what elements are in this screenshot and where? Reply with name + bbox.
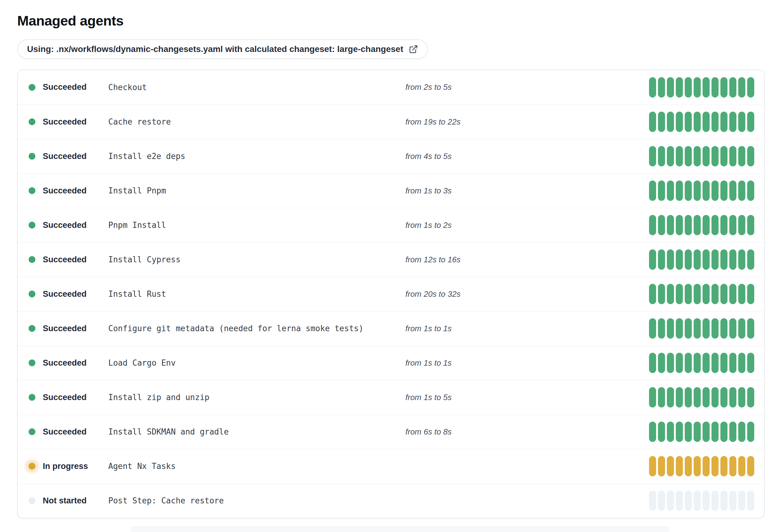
step-row[interactable]: Succeeded Install Rust from 20s to 32s: [18, 277, 764, 311]
segment-pill: [658, 456, 665, 476]
segment-pill: [676, 77, 683, 98]
step-name: Cache restore: [108, 117, 406, 126]
progress-segments: [649, 456, 754, 476]
segment-pill: [694, 284, 701, 304]
segment-pill: [667, 456, 674, 476]
status-cell: Succeeded: [29, 255, 108, 264]
status-cell: Succeeded: [29, 358, 108, 368]
segment-pill: [676, 387, 683, 407]
segment-pill: [676, 146, 683, 166]
external-link-icon[interactable]: [409, 44, 418, 54]
status-dot: [29, 463, 35, 470]
status-cell: Succeeded: [29, 117, 108, 127]
step-row[interactable]: Succeeded Install e2e deps from 4s to 5s: [18, 139, 764, 173]
segment-pill: [747, 284, 754, 304]
segment-pill: [720, 249, 728, 270]
duration-range: from 6s to 8s: [406, 427, 649, 437]
segment-pill: [711, 249, 718, 270]
step-row[interactable]: Succeeded Install SDKMAN and gradle from…: [18, 414, 764, 449]
segment-pill: [658, 77, 665, 98]
segment-pill: [694, 387, 701, 407]
page-title: Managed agents: [0, 0, 777, 29]
segment-pill: [685, 491, 692, 511]
segment-pill: [702, 387, 710, 407]
segment-pill: [676, 456, 683, 476]
segment-pill: [702, 146, 710, 166]
duration-range: from 1s to 1s: [406, 324, 649, 334]
step-row[interactable]: In progress Agent Nx Tasks: [18, 449, 764, 484]
segment-pill: [729, 146, 737, 166]
step-row[interactable]: Succeeded Install zip and unzip from 1s …: [18, 380, 764, 414]
segment-pill: [711, 112, 718, 132]
segment-pill: [676, 180, 683, 201]
segment-pill: [720, 318, 728, 339]
segment-pill: [694, 215, 701, 235]
step-row[interactable]: Succeeded Configure git metadata (needed…: [18, 311, 764, 346]
segment-pill: [658, 387, 665, 407]
segment-pill: [720, 491, 728, 511]
status-cell: Succeeded: [29, 152, 108, 161]
step-row[interactable]: Succeeded Install Pnpm from 1s to 3s: [18, 173, 764, 208]
segment-pill: [729, 215, 737, 235]
segment-pill: [738, 353, 745, 373]
step-row[interactable]: Succeeded Checkout from 2s to 5s: [18, 70, 764, 105]
segment-pill: [702, 456, 710, 476]
segment-pill: [685, 422, 692, 442]
progress-segments: [649, 180, 754, 201]
segment-pill: [729, 456, 737, 476]
segment-pill: [729, 491, 737, 511]
workflow-file-chip[interactable]: Using: .nx/workflows/dynamic-changesets.…: [17, 39, 428, 59]
segment-pill: [720, 112, 728, 132]
progress-segments: [649, 112, 754, 132]
status-label: Succeeded: [43, 324, 87, 334]
segment-pill: [658, 318, 665, 339]
segment-pill: [649, 353, 656, 373]
segment-pill: [685, 112, 692, 132]
segment-pill: [747, 146, 754, 166]
segment-pill: [694, 491, 701, 511]
segment-pill: [649, 387, 656, 407]
segment-pill: [729, 353, 737, 373]
segment-pill: [649, 284, 656, 304]
segment-pill: [667, 77, 674, 98]
status-dot: [29, 360, 35, 366]
segment-pill: [667, 249, 674, 270]
progress-segments: [649, 387, 754, 407]
segment-pill: [667, 215, 674, 235]
step-row[interactable]: Succeeded Pnpm Install from 1s to 2s: [18, 208, 764, 242]
step-row[interactable]: Not started Post Step: Cache restore: [18, 484, 764, 518]
segment-pill: [738, 318, 745, 339]
segment-pill: [694, 249, 701, 270]
step-row[interactable]: Succeeded Install Cypress from 12s to 16…: [18, 242, 764, 277]
segment-pill: [711, 491, 718, 511]
segment-pill: [702, 318, 710, 339]
step-row[interactable]: Succeeded Load Cargo Env from 1s to 1s: [18, 346, 764, 380]
segment-pill: [747, 112, 754, 132]
step-name: Load Cargo Env: [108, 358, 406, 368]
progress-segments: [649, 249, 754, 270]
segment-pill: [685, 180, 692, 201]
segment-pill: [747, 422, 754, 442]
segment-pill: [694, 180, 701, 201]
segment-pill: [658, 146, 665, 166]
status-dot: [29, 153, 35, 160]
segment-pill: [649, 180, 656, 201]
status-label: Succeeded: [43, 221, 87, 230]
segment-pill: [667, 491, 674, 511]
segment-pill: [658, 180, 665, 201]
segment-pill: [702, 491, 710, 511]
segment-pill: [685, 284, 692, 304]
status-dot: [29, 118, 35, 125]
segment-pill: [649, 215, 656, 235]
segment-pill: [676, 284, 683, 304]
segment-pill: [685, 146, 692, 166]
segment-pill: [720, 215, 728, 235]
segment-pill: [685, 215, 692, 235]
segment-pill: [747, 77, 754, 98]
step-name: Install Cypress: [108, 255, 406, 264]
segment-pill: [720, 284, 728, 304]
workflow-chip-label: Using: .nx/workflows/dynamic-changesets.…: [27, 44, 403, 54]
segment-pill: [658, 353, 665, 373]
step-row[interactable]: Succeeded Cache restore from 19s to 22s: [18, 105, 764, 139]
status-dot: [29, 84, 35, 91]
